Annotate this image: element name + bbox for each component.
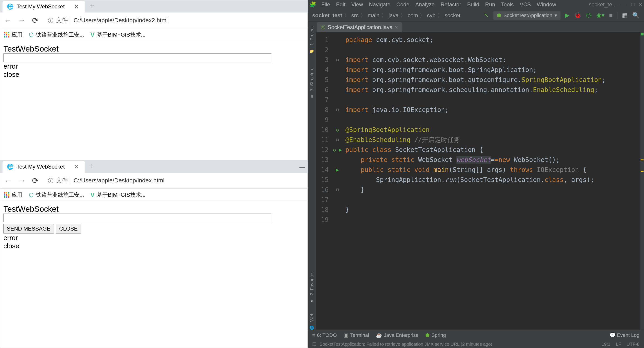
apps-button[interactable]: 应用 xyxy=(4,191,22,198)
forward-button[interactable]: → xyxy=(18,176,26,185)
forward-button[interactable]: → xyxy=(18,16,26,25)
line-separator[interactable]: LF xyxy=(616,342,621,347)
bookmark-2[interactable]: V 基于BIM+GIS技术... xyxy=(90,191,146,198)
page-body: TestWebSocket error close xyxy=(0,41,308,160)
menu-bar: 🧩 File Edit View Navigate Code Analyze R… xyxy=(308,0,644,9)
bookmark-1[interactable]: ⬡ 铁路营业线施工安... xyxy=(29,31,84,38)
warning-marker[interactable] xyxy=(641,160,644,160)
browser-tab[interactable]: 🌐 Test My WebSocket × xyxy=(2,1,85,12)
breadcrumb: socket_test〉 src〉 main〉 java〉 com〉 cyb〉 … xyxy=(312,12,460,19)
caret-position[interactable]: 19:1 xyxy=(602,342,610,347)
breadcrumb-item[interactable]: main xyxy=(368,12,380,19)
breadcrumb-item[interactable]: cyb xyxy=(427,12,435,19)
tool-window-stripe-left: 1: Project 📁 7: Structure ⠿ 2: Favorites… xyxy=(308,22,316,330)
stop-button[interactable]: ■ xyxy=(609,12,613,19)
message-input[interactable] xyxy=(4,54,271,62)
search-button[interactable]: 🔍 xyxy=(632,12,640,19)
bookmarks-bar: 应用 ⬡ 铁路营业线施工安... V 基于BIM+GIS技术... xyxy=(0,188,308,201)
menu-tools[interactable]: Tools xyxy=(498,1,516,8)
breadcrumb-item[interactable]: src xyxy=(351,12,358,19)
structure-icon: ⠿ xyxy=(310,95,313,99)
menu-navigate[interactable]: Navigate xyxy=(366,1,393,8)
maximize-button[interactable]: □ xyxy=(631,1,634,8)
event-log-button[interactable]: 💬 Event Log xyxy=(610,332,640,338)
run-config-dropdown[interactable]: ⬢ SocketTestApplication ▾ xyxy=(494,11,560,20)
menu-analyze[interactable]: Analyze xyxy=(412,1,437,8)
address-bar[interactable]: i 文件 C:/Users/apple/Desktop/index.html xyxy=(45,175,304,186)
profile-button[interactable]: ◉▾ xyxy=(596,12,604,19)
todo-tool-button[interactable]: ≡6: TODO xyxy=(312,332,337,338)
info-icon[interactable]: i xyxy=(48,178,53,183)
back-button[interactable]: ← xyxy=(4,16,12,25)
menu-window[interactable]: Window xyxy=(534,1,559,8)
structure-tool-button[interactable]: 7: Structure xyxy=(309,65,314,93)
debug-button[interactable]: 🐞 xyxy=(574,12,581,19)
menu-refactor[interactable]: Refactor xyxy=(438,1,464,8)
info-icon[interactable]: i xyxy=(48,18,53,23)
javaee-tool-button[interactable]: ☕Java Enterprise xyxy=(376,332,418,338)
terminal-tool-button[interactable]: ▣Terminal xyxy=(344,332,369,338)
new-tab-button[interactable]: + xyxy=(85,1,99,12)
new-tab-button[interactable]: + xyxy=(85,162,99,173)
page-body: TestWebSocket SEND MESSAGE CLOSE error c… xyxy=(0,201,308,348)
menu-edit[interactable]: Edit xyxy=(333,1,348,8)
reload-button[interactable]: ⟳ xyxy=(32,16,38,25)
list-icon: ≡ xyxy=(312,332,315,338)
spring-tool-button[interactable]: ⬢Spring xyxy=(425,332,446,338)
code-editor[interactable]: 123 456 789 101112 131415 161718 19 ⊟ ⊟ … xyxy=(316,32,644,330)
bookmark-2[interactable]: V 基于BIM+GIS技术... xyxy=(90,31,146,38)
editor-tab[interactable]: ⓒ SocketTestApplication.java × xyxy=(317,22,402,32)
breadcrumb-item[interactable]: socket xyxy=(444,12,460,19)
url-text: C:/Users/apple/Desktop/index2.html xyxy=(74,17,168,24)
close-icon[interactable]: × xyxy=(75,3,78,10)
error-stripe[interactable] xyxy=(640,32,644,330)
send-message-button[interactable]: SEND MESSAGE xyxy=(4,224,54,234)
layout-button[interactable]: ▦ xyxy=(622,12,628,19)
warning-marker[interactable] xyxy=(641,171,644,172)
output-line: error xyxy=(4,234,304,242)
favorites-tool-button[interactable]: 2: Favorites xyxy=(309,269,314,297)
back-nav-icon[interactable]: ↖ xyxy=(484,12,489,19)
apps-button[interactable]: 应用 xyxy=(4,31,22,38)
close-button[interactable]: × xyxy=(639,1,642,8)
menu-file[interactable]: File xyxy=(318,1,333,8)
site-icon: ⬡ xyxy=(29,32,34,38)
inspection-indicator[interactable] xyxy=(641,33,644,36)
encoding[interactable]: UTF-8 xyxy=(626,342,640,347)
run-gutter-icon[interactable]: ▶ xyxy=(339,147,342,153)
close-icon[interactable]: × xyxy=(395,24,398,30)
output-line: error xyxy=(4,62,304,70)
web-tool-button[interactable]: Web xyxy=(309,310,314,324)
menu-run[interactable]: Run xyxy=(482,1,498,8)
spring-bean-icon[interactable]: ↻ xyxy=(333,147,336,153)
run-button[interactable]: ▶ xyxy=(565,12,570,19)
browser-tab[interactable]: 🌐 Test My WebSocket × xyxy=(2,161,85,173)
code-content[interactable]: package com.cyb.socket; import com.cyb.s… xyxy=(343,32,644,330)
coverage-button[interactable]: ⮔ xyxy=(586,12,592,19)
bookmark-1[interactable]: ⬡ 铁路营业线施工安... xyxy=(29,191,84,198)
close-button[interactable]: CLOSE xyxy=(56,224,81,234)
spring-bean-icon[interactable]: ↻ xyxy=(332,125,343,135)
menu-build[interactable]: Build xyxy=(464,1,482,8)
back-button[interactable]: ← xyxy=(4,176,12,185)
menu-vcs[interactable]: VCS xyxy=(517,1,534,8)
run-gutter-icon[interactable]: ▶ xyxy=(332,165,343,175)
minimize-button[interactable]: — xyxy=(621,1,626,8)
menu-code[interactable]: Code xyxy=(394,1,412,8)
close-icon[interactable]: × xyxy=(75,163,78,170)
url-text: C:/Users/apple/Desktop/index.html xyxy=(74,177,164,184)
address-bar[interactable]: i 文件 C:/Users/apple/Desktop/index2.html xyxy=(45,15,304,26)
breadcrumb-item[interactable]: socket_test xyxy=(312,12,342,19)
minimize-button[interactable]: — xyxy=(299,164,305,170)
breadcrumb-item[interactable]: java xyxy=(388,12,398,19)
tool-windows-toggle[interactable]: ☐ xyxy=(312,342,316,347)
breadcrumb-item[interactable]: com xyxy=(408,12,418,19)
message-input[interactable] xyxy=(4,214,271,222)
star-icon: ★ xyxy=(310,299,313,303)
project-tool-button[interactable]: 1: Project xyxy=(309,24,314,48)
tab-bar: 🌐 Test My WebSocket × + — xyxy=(0,160,308,173)
reload-button[interactable]: ⟳ xyxy=(32,176,38,185)
menu-view[interactable]: View xyxy=(348,1,366,8)
status-bar: ☐ SocketTestApplication: Failed to retri… xyxy=(308,340,644,348)
ide-toolbar: socket_test〉 src〉 main〉 java〉 com〉 cyb〉 … xyxy=(308,9,644,22)
